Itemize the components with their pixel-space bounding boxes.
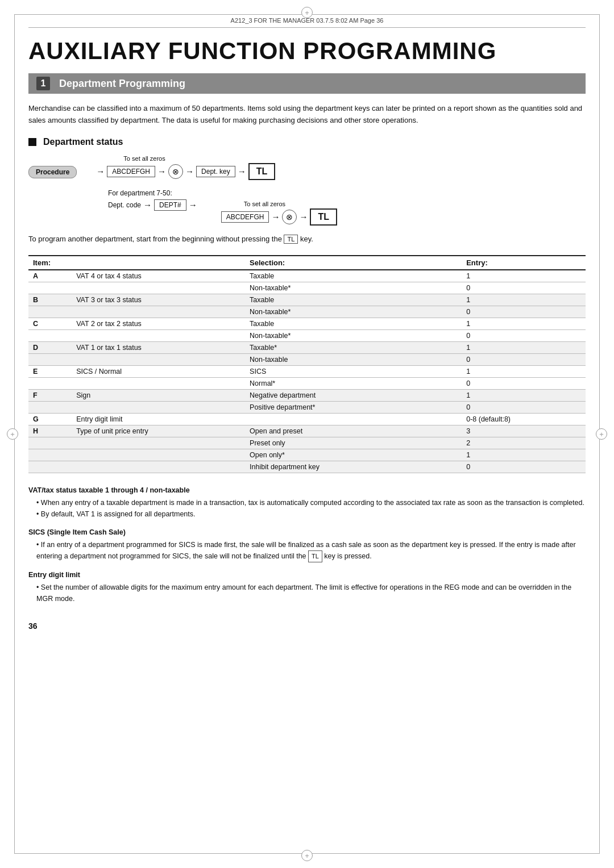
table-cell-item: [28, 353, 72, 365]
table-cell-entry: 1: [462, 318, 586, 329]
table-row: CVAT 2 or tax 2 statusTaxable1: [28, 318, 586, 329]
table-cell-item: [28, 282, 72, 294]
table-cell-item: [28, 461, 72, 473]
table-cell-selection: Non-taxable*: [245, 329, 462, 341]
table-cell-selection: Taxable: [245, 270, 462, 282]
table-row: Non-taxable0: [28, 353, 586, 365]
table-row: DVAT 1 or tax 1 statusTaxable*1: [28, 341, 586, 353]
note-bullet-1-0: • If an entry of a department programmed…: [36, 539, 586, 563]
table-cell-selection: Taxable: [245, 294, 462, 306]
table-cell-entry: 0-8 (default:8): [462, 413, 586, 425]
section-title: Department Programming: [59, 78, 185, 90]
section-body: Merchandise can be classified into a max…: [28, 103, 586, 127]
table-cell-item: [28, 449, 72, 461]
table-cell-desc: [72, 282, 245, 294]
table-cell-selection: Non-taxable*: [245, 282, 462, 294]
table-cell-selection: Non-taxable*: [245, 306, 462, 318]
crosshair-bottom: +: [301, 850, 313, 861]
meta-text: A212_3 FOR THE MANAGER 03.7.5 8:02 AM Pa…: [231, 17, 384, 24]
table-cell-entry: 1: [462, 270, 586, 282]
procedure-area: Procedure To set all zeros → ABCDEFGH → …: [28, 155, 586, 226]
col-header-desc: [72, 256, 245, 270]
table-cell-desc: Entry digit limit: [72, 413, 245, 425]
diagram-row1: → ABCDEFGH → ⊗ → Dept. key → TL: [95, 163, 275, 180]
note-bullet-0-1: • By default, VAT 1 is assigned for all …: [36, 508, 586, 520]
table-cell-entry: 0: [462, 461, 586, 473]
table-cell-selection: Non-taxable: [245, 353, 462, 365]
table-cell-desc: [72, 437, 245, 449]
table-row: BVAT 3 or tax 3 statusTaxable1: [28, 294, 586, 306]
procedure-label: Procedure: [28, 166, 77, 178]
tl-inline-key: TL: [284, 235, 298, 244]
dept-key: Dept. key: [196, 166, 235, 177]
table-cell-entry: 1: [462, 389, 586, 401]
tl-note: To program another department, start fro…: [28, 235, 586, 244]
table-cell-desc: [72, 353, 245, 365]
col-header-selection: Selection:: [245, 256, 462, 270]
table-row: Open only*1: [28, 449, 586, 461]
table-cell-desc: VAT 4 or tax 4 status: [72, 270, 245, 282]
table-cell-desc: VAT 1 or tax 1 status: [72, 341, 245, 353]
arrow1: →: [96, 166, 105, 176]
black-square-icon: [28, 138, 36, 146]
above-label-row1: To set all zeros: [123, 155, 275, 162]
table-cell-entry: 2: [462, 437, 586, 449]
table-cell-selection: Taxable*: [245, 341, 462, 353]
arrow7: →: [271, 212, 280, 222]
sub-section-title: Department status: [28, 137, 586, 147]
sub-section-label: Department status: [43, 137, 123, 147]
crosshair-top: +: [301, 7, 313, 18]
table-cell-selection: Open and preset: [245, 425, 462, 437]
table-cell-item: E: [28, 365, 72, 377]
table-cell-item: B: [28, 294, 72, 306]
diagram-row2: Dept. code → DEPT# →: [108, 199, 198, 211]
table-cell-desc: SICS / Normal: [72, 365, 245, 377]
table-cell-entry: 0: [462, 401, 586, 413]
table-row: Preset only2: [28, 437, 586, 449]
table-cell-selection: Positive department*: [245, 401, 462, 413]
arrow3: →: [185, 166, 194, 176]
procedure-diagram-row2: For department 7-50: Dept. code → DEPT# …: [108, 189, 586, 226]
table-cell-item: A: [28, 270, 72, 282]
col-header-entry: Entry:: [462, 256, 586, 270]
page-title: AUXILIARY FUNCTION PROGRAMMING: [28, 38, 586, 64]
table-cell-desc: [72, 306, 245, 318]
procedure-diagram-row1: To set all zeros → ABCDEFGH → ⊗ → Dept. …: [95, 155, 275, 180]
arrow5: →: [143, 200, 152, 210]
table-cell-item: [28, 377, 72, 389]
table-cell-desc: VAT 2 or tax 2 status: [72, 318, 245, 329]
page-meta: A212_3 FOR THE MANAGER 03.7.5 8:02 AM Pa…: [28, 17, 586, 28]
table-cell-desc: Sign: [72, 389, 245, 401]
table-row: FSignNegative department1: [28, 389, 586, 401]
table-cell-selection: Inhibit department key: [245, 461, 462, 473]
table-cell-item: [28, 306, 72, 318]
table-cell-item: [28, 401, 72, 413]
table-cell-entry: 1: [462, 341, 586, 353]
table-cell-entry: 0: [462, 377, 586, 389]
table-header-row: Item: Selection: Entry:: [28, 256, 586, 270]
table-cell-selection: Preset only: [245, 437, 462, 449]
table-cell-desc: [72, 329, 245, 341]
diagram-row2b: ABCDEFGH → ⊗ → TL: [221, 208, 337, 226]
table-row: AVAT 4 or tax 4 statusTaxable1: [28, 270, 586, 282]
dept-range-label: For department 7-50:: [108, 189, 198, 197]
table-cell-entry: 1: [462, 449, 586, 461]
circle-x-key: ⊗: [168, 164, 183, 179]
crosshair-left: +: [7, 428, 18, 440]
table-cell-selection: Negative department: [245, 389, 462, 401]
table-cell-entry: 0: [462, 282, 586, 294]
table-cell-entry: 0: [462, 353, 586, 365]
table-cell-entry: 3: [462, 425, 586, 437]
tl-key-1: TL: [248, 163, 276, 180]
table-cell-item: [28, 329, 72, 341]
section-number: 1: [36, 77, 50, 90]
arrow8: →: [299, 212, 308, 222]
table-row: Non-taxable*0: [28, 282, 586, 294]
note-bullet-2-0: • Set the number of allowable digits for…: [36, 582, 586, 604]
table-cell-item: F: [28, 389, 72, 401]
notes-section: VAT/tax status taxable 1 through 4 / non…: [28, 485, 586, 605]
table-cell-selection: [245, 413, 462, 425]
crosshair-right: +: [596, 428, 607, 440]
arrow4: →: [238, 166, 246, 176]
dept-code-label: Dept. code: [108, 201, 141, 209]
